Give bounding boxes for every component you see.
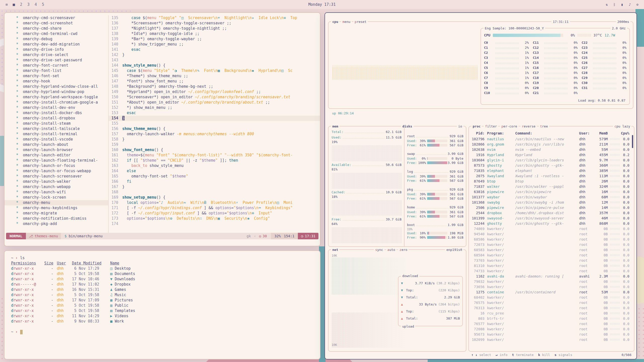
process-row[interactable]: 95673kworker/root0B0.0 xyxy=(471,332,632,337)
file-item[interactable]: *omarchy-install-terminal xyxy=(5,131,108,137)
process-row[interactable]: 76577kworker/root0B0.0 xyxy=(471,321,632,327)
hint-terminate[interactable]: t terminate xyxy=(512,353,534,357)
command-line[interactable] xyxy=(5,239,320,246)
process-row[interactable]: 74869kworker/root0B0.0 xyxy=(471,226,632,232)
code-line[interactable]: 141 esac xyxy=(109,47,320,52)
file-item[interactable]: *omarchy-launch-browser xyxy=(5,147,108,153)
workspace-overview[interactable]: ⊞ xyxy=(6,3,8,7)
process-row[interactable]: 1162avahi-daavahi-daemon: running [avahi… xyxy=(471,274,632,279)
file-item[interactable]: *omarchy-launch-or-focus-webapp xyxy=(5,168,108,174)
process-row[interactable]: 76575kworker/root0B0.0 xyxy=(471,300,632,305)
process-row[interactable]: 76313kworker/root0B0.0 xyxy=(471,305,632,311)
proc-header[interactable]: Pid:Program:Command:User:MemBCpu% xyxy=(471,130,632,137)
file-item[interactable]: *omarchy-install-steam xyxy=(5,121,108,126)
process-row[interactable]: 12244ghostty/usr/bin/ghostty --gtk-dhh86… xyxy=(471,221,632,226)
process-row[interactable]: 101377waybar/usr/bin/waybardhh68M0.0 xyxy=(471,195,632,200)
code-line[interactable]: 166 fi xyxy=(109,179,320,184)
network-icon[interactable]: ⇅ xyxy=(606,3,608,7)
file-item[interactable]: *omarchy-cmd-screenshot xyxy=(5,21,108,26)
process-row[interactable]: 87573ghostty/usr/bin/ghostty --gtk-dhh36… xyxy=(471,163,632,168)
file-item[interactable]: *omarchy-install-tailscale xyxy=(5,126,108,131)
file-item[interactable]: *omarchy-launch-walker xyxy=(5,179,108,184)
terminal-window[interactable]: ~ › ls PermissionsSizeUserDate ModifiedN… xyxy=(4,250,320,359)
file-item[interactable]: *omarchy-hook xyxy=(5,79,108,84)
process-row[interactable]: 68402kworker/root0B0.0 xyxy=(471,295,632,300)
workspace-1[interactable]: ■ xyxy=(13,2,15,7)
process-row[interactable]: 1916HyprlandHyprlanddhh455M0.2 xyxy=(471,152,632,158)
code-line[interactable]: 140 *) show_trigger_menu ;; xyxy=(109,42,320,47)
process-row[interactable]: 101399swayosd-/usr/bin/swayosd-serverdhh… xyxy=(471,216,632,221)
process-row[interactable]: 74733kworker/root0B0.0 xyxy=(471,268,632,274)
process-row[interactable]: 102638nvimnvim --embeddhh55M0.0 xyxy=(471,147,632,152)
file-item[interactable]: *omarchy-cmd-share xyxy=(5,26,108,31)
button-preset[interactable]: preset xyxy=(353,20,368,24)
code-line[interactable]: 155 xyxy=(109,121,320,126)
code-line[interactable]: 170 local options="♪ Audio\n≈ Wifi\nɃ Bl… xyxy=(109,200,320,205)
file-item[interactable]: *omarchy-install-dropbox xyxy=(5,116,108,121)
file-item[interactable]: *omarchy-drive-set-password xyxy=(5,58,108,63)
tab-tree[interactable]: tree xyxy=(539,124,549,128)
code-line[interactable]: 162 if [[ "$theme" == "CNCLD" || -z "$th… xyxy=(109,158,320,163)
code-line[interactable]: 145 case $(menu "Style" "◑ Theme\n✎ Font… xyxy=(109,68,320,73)
workspace-4[interactable]: 4 xyxy=(35,2,37,7)
code-line[interactable]: 158} xyxy=(109,137,320,142)
process-row[interactable]: 73656kworker/root0B0.0 xyxy=(471,284,632,290)
code-line[interactable]: 163 back_to show_style_menu xyxy=(109,163,320,168)
file-item[interactable]: *omarchy-menu xyxy=(5,200,108,205)
process-row[interactable]: 63816pipewire/usr/bin/pipewiredhh16M0.0 xyxy=(471,189,632,195)
process-row[interactable]: 73703kworker/root0B0.0 xyxy=(471,258,632,263)
button-auto[interactable]: auto xyxy=(386,248,396,252)
code-line[interactable]: 167} xyxy=(109,184,320,190)
file-item[interactable]: *omarchy-drive-info xyxy=(5,47,108,52)
file-item[interactable]: *omarchy-launch-wifi xyxy=(5,190,108,195)
hint-kill[interactable]: k kill xyxy=(538,353,550,357)
file-item[interactable]: *omarchy-pkg-add xyxy=(5,221,108,227)
file-item[interactable]: *omarchy-cmd-screensaver xyxy=(5,15,108,21)
code-lines[interactable]: 135 case $(menu "Toggle" "◫ Screensaver\… xyxy=(109,15,320,233)
bluetooth-icon[interactable]: ᛒ xyxy=(613,3,615,7)
process-row[interactable]: 68584kworker/root0B0.0 xyxy=(471,253,632,258)
volume-icon[interactable]: ♪ xyxy=(629,3,631,7)
code-line[interactable]: 173 options="$options\n⚙ Defaults\n∷ DNS… xyxy=(109,216,320,221)
workspace-2[interactable]: 2 xyxy=(20,2,22,7)
io-toggle-button[interactable]: io xyxy=(457,124,463,128)
code-line[interactable]: 151 *About*) open_in_editor ~/.config/om… xyxy=(109,100,320,105)
power-icon[interactable]: ⊙ xyxy=(636,3,638,7)
button-menu[interactable]: menu xyxy=(341,20,351,24)
code-line[interactable]: 156show_theme_menu() { xyxy=(109,126,320,131)
process-row[interactable]: 79032kworker/root0B0.0 xyxy=(471,279,632,284)
process-row[interactable]: 72073kworker/root0B0.0 xyxy=(471,242,632,247)
code-line[interactable]: 149 *Hyprland*) open_in_editor ~/.config… xyxy=(109,89,320,95)
tab-reverse[interactable]: reverse xyxy=(520,124,537,128)
code-line[interactable]: 148 *Background*) omarchy-theme-bg-next … xyxy=(109,84,320,89)
process-row[interactable]: 68583kworker/root0B0.0 xyxy=(471,247,632,253)
code-line[interactable]: 138 *Idle*) omarchy-toggle-idle ;; xyxy=(109,31,320,36)
file-item[interactable]: *omarchy-menu-keybindings xyxy=(5,205,108,211)
file-item[interactable]: *omarchy-font-current xyxy=(5,63,108,68)
file-item[interactable]: *omarchy-install-dev-env xyxy=(5,105,108,110)
button-zero[interactable]: zero xyxy=(398,248,409,252)
code-line[interactable]: 165 omarchy-font-set "$theme" xyxy=(109,174,320,179)
file-item[interactable]: *omarchy-font-set xyxy=(5,73,108,79)
tab-proc[interactable]: proc xyxy=(471,124,482,128)
code-line[interactable]: 147 *Font*) show_font_menu ;; xyxy=(109,79,320,84)
code-line[interactable]: 160show_font_menu() { xyxy=(109,147,320,153)
code-line[interactable]: 144show_style_menu() { xyxy=(109,63,320,68)
code-line[interactable]: 168 xyxy=(109,190,320,195)
code-line[interactable]: 169show_setup_menu() { xyxy=(109,195,320,200)
file-item[interactable]: *omarchy-launch-about xyxy=(5,142,108,147)
process-row[interactable]: 71837walker/usr/bin/walker --gappldhh324… xyxy=(471,184,632,189)
file-item[interactable]: *omarchy-launch-webapp xyxy=(5,184,108,190)
file-item[interactable]: *omarchy-hyprland-workspace-toggle xyxy=(5,95,108,100)
process-row[interactable]: 2075XwaylandXwayland :1 -rootless -dhh11… xyxy=(471,173,632,179)
code-line[interactable]: 153 esac xyxy=(109,110,320,116)
process-row[interactable]: 87649btopbtopdhh26M0.0 xyxy=(471,179,632,184)
code-line[interactable]: 137 *Nightlight*) omarchy-toggle-nightli… xyxy=(109,26,320,31)
code-line[interactable]: 136 *Screensaver*) omarchy-toggle-screen… xyxy=(109,21,320,26)
file-item[interactable]: *omarchy-launch-or-focus xyxy=(5,163,108,168)
process-row[interactable]: 102796nautilus/usr/bin/nautilus --newdhh… xyxy=(471,137,632,142)
tab-per-core[interactable]: per-core xyxy=(500,124,518,128)
battery-icon[interactable]: ▮ xyxy=(621,3,623,7)
workspace-3[interactable]: 3 xyxy=(27,2,30,7)
process-row[interactable]: 81310kworker/root0B0.0 xyxy=(471,263,632,268)
